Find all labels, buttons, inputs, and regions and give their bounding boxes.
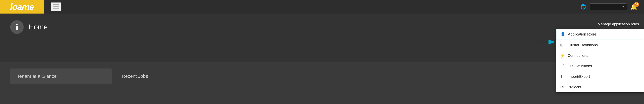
- cluster-definitions-icon: ⊞: [560, 43, 565, 47]
- globe-icon: 🌐: [580, 4, 586, 10]
- connections-icon: ⚡: [560, 54, 565, 58]
- top-navigation: loame 🌐 ▼ 🔔 51: [0, 0, 644, 14]
- recent-jobs-block: Recent Jobs: [122, 68, 148, 84]
- recent-jobs-title: Recent Jobs: [122, 74, 148, 79]
- dropdown-menu: 👤 Application Roles ⊞ Cluster Definition…: [556, 29, 644, 92]
- connections-label: Connections: [568, 54, 588, 58]
- dropdown-item-projects[interactable]: 🗂 Projects: [556, 82, 644, 92]
- tenant-glance-title: Tenant at a Glance: [17, 74, 56, 79]
- hamburger-button[interactable]: [51, 2, 61, 11]
- tooltip-label: Manage application roles: [594, 20, 642, 28]
- dropdown-item-import-export[interactable]: ⬆ Import/Export: [556, 71, 644, 82]
- application-roles-label: Application Roles: [568, 32, 597, 36]
- dropdown-item-application-roles[interactable]: 👤 Application Roles: [556, 29, 644, 40]
- main-content: ℹ Home Tenant at a Glance Recent Jobs Ma…: [0, 14, 644, 104]
- hamburger-line-3: [53, 8, 59, 9]
- lower-section: Tenant at a Glance Recent Jobs: [0, 62, 644, 104]
- page-icon: ℹ: [10, 20, 24, 34]
- dropdown-container: Manage application roles 👤 Application R…: [556, 20, 644, 92]
- arrow-indicator: [538, 38, 559, 46]
- page-title: Home: [29, 20, 48, 31]
- file-definitions-label: File Definitions: [568, 64, 592, 68]
- application-roles-icon: 👤: [560, 32, 565, 36]
- projects-label: Projects: [568, 85, 581, 89]
- dropdown-item-file-definitions[interactable]: 📄 File Definitions: [556, 61, 644, 71]
- info-icon: ℹ: [16, 23, 18, 32]
- cluster-definitions-label: Cluster Definitions: [568, 43, 598, 47]
- notification-badge: 51: [634, 2, 639, 7]
- hamburger-line-1: [53, 4, 59, 5]
- dropdown-item-connections[interactable]: ⚡ Connections: [556, 50, 644, 61]
- import-export-icon: ⬆: [560, 74, 565, 79]
- tenant-glance-block: Tenant at a Glance: [10, 68, 112, 84]
- projects-icon: 🗂: [560, 85, 565, 89]
- logo-text: loame: [10, 2, 34, 12]
- logo-area[interactable]: loame: [0, 0, 44, 14]
- notification-bell[interactable]: 🔔 51: [630, 4, 637, 10]
- dropdown-item-cluster-definitions[interactable]: ⊞ Cluster Definitions: [556, 40, 644, 50]
- import-export-label: Import/Export: [568, 74, 590, 79]
- file-definitions-icon: 📄: [560, 64, 565, 68]
- language-selector-wrapper: ▼: [590, 4, 627, 10]
- nav-right: 🌐 ▼ 🔔 51: [580, 4, 637, 10]
- language-select[interactable]: [590, 4, 627, 10]
- hamburger-line-2: [53, 6, 59, 7]
